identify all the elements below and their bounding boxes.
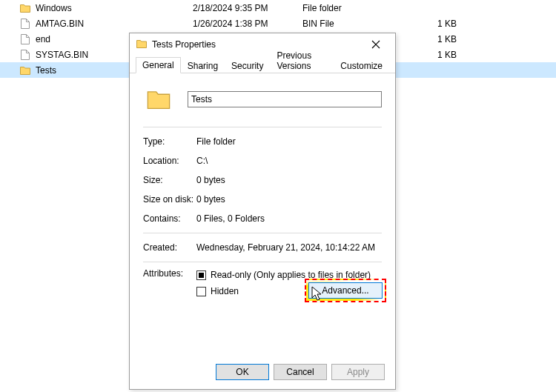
separator bbox=[143, 127, 382, 127]
label-created: Created: bbox=[143, 242, 196, 253]
folder-name-input[interactable] bbox=[188, 91, 382, 107]
close-button[interactable] bbox=[361, 35, 391, 54]
highlight-annotation: Advanced... bbox=[305, 279, 386, 302]
tab-sharing[interactable]: Sharing bbox=[181, 58, 225, 73]
file-name: Windows bbox=[36, 3, 72, 13]
file-icon bbox=[18, 33, 33, 45]
titlebar[interactable]: Tests Properties bbox=[130, 33, 395, 56]
file-size: 1 KB bbox=[420, 50, 464, 60]
separator bbox=[143, 233, 382, 233]
file-icon bbox=[18, 18, 33, 30]
readonly-checkbox[interactable] bbox=[196, 270, 206, 280]
file-date: 1/26/2024 1:38 PM bbox=[193, 19, 302, 29]
value-contains: 0 Files, 0 Folders bbox=[196, 213, 382, 224]
file-name: end bbox=[36, 34, 50, 44]
file-name: Tests bbox=[36, 65, 56, 76]
label-contains: Contains: bbox=[143, 213, 196, 224]
file-type: File folder bbox=[302, 3, 420, 13]
cancel-button[interactable]: Cancel bbox=[274, 364, 327, 380]
file-row[interactable]: AMTAG.BIN 1/26/2024 1:38 PM BIN File 1 K… bbox=[0, 16, 556, 31]
hidden-label: Hidden bbox=[211, 286, 239, 296]
file-type: BIN File bbox=[302, 19, 420, 29]
file-name: SYSTAG.BIN bbox=[36, 50, 88, 60]
file-name: AMTAG.BIN bbox=[36, 19, 84, 29]
general-panel: Type:File folder Location:C:\ Size:0 byt… bbox=[130, 73, 395, 356]
folder-icon bbox=[18, 2, 33, 14]
value-location: C:\ bbox=[196, 156, 382, 166]
file-date: 2/18/2024 9:35 PM bbox=[193, 3, 302, 13]
properties-dialog: Tests Properties General Sharing Securit… bbox=[129, 33, 396, 390]
label-attributes: Attributes: bbox=[143, 267, 196, 299]
label-location: Location: bbox=[143, 156, 196, 166]
folder-icon bbox=[136, 38, 148, 52]
dialog-button-row: OK Cancel Apply bbox=[130, 356, 395, 389]
value-size-on-disk: 0 bytes bbox=[196, 194, 382, 205]
tab-general[interactable]: General bbox=[136, 57, 181, 73]
value-type: File folder bbox=[196, 136, 382, 147]
folder-icon bbox=[143, 84, 174, 115]
folder-icon bbox=[18, 64, 33, 76]
value-created: Wednesday, February 21, 2024, 10:14:22 A… bbox=[196, 242, 382, 253]
value-size: 0 bytes bbox=[196, 175, 382, 185]
file-size: 1 KB bbox=[420, 19, 464, 29]
separator bbox=[143, 262, 382, 262]
label-size-on-disk: Size on disk: bbox=[143, 194, 196, 205]
tab-previous-versions[interactable]: Previous Versions bbox=[270, 47, 334, 73]
label-type: Type: bbox=[143, 136, 196, 147]
file-size: 1 KB bbox=[420, 34, 464, 44]
advanced-button[interactable]: Advanced... bbox=[308, 282, 383, 299]
apply-button[interactable]: Apply bbox=[331, 364, 385, 380]
tabstrip: General Sharing Security Previous Versio… bbox=[130, 56, 395, 73]
label-size: Size: bbox=[143, 175, 196, 185]
hidden-checkbox[interactable] bbox=[196, 287, 206, 296]
ok-button[interactable]: OK bbox=[216, 364, 269, 380]
file-row[interactable]: Windows 2/18/2024 9:35 PM File folder bbox=[0, 0, 556, 16]
tab-customize[interactable]: Customize bbox=[334, 58, 389, 73]
file-icon bbox=[18, 49, 33, 61]
tab-security[interactable]: Security bbox=[225, 58, 270, 73]
